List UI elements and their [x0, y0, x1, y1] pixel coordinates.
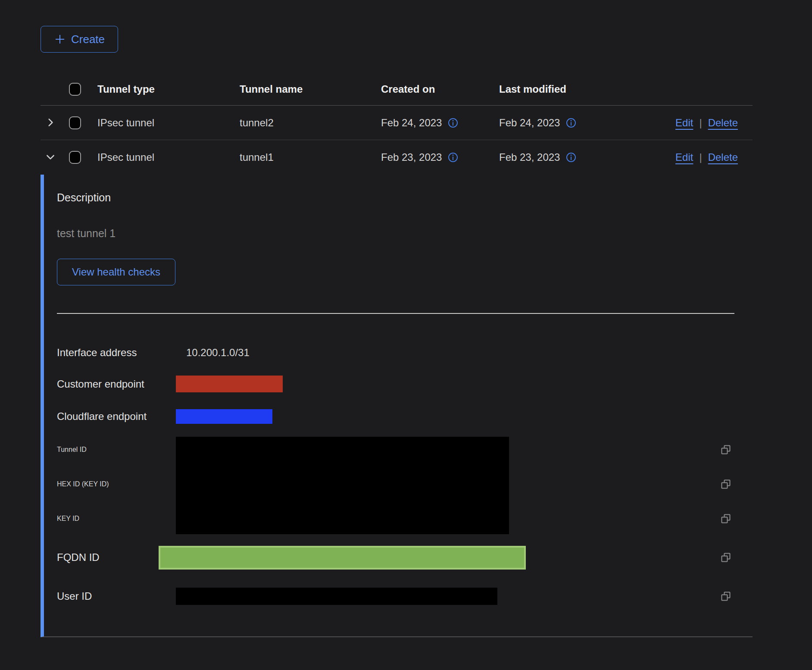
customer-endpoint-redacted-value: [176, 376, 283, 392]
row-checkbox[interactable]: [69, 116, 81, 129]
tunnel-type-cell: IPsec tunnel: [97, 117, 240, 129]
key-id-label: KEY ID: [57, 515, 79, 523]
created-on-cell: Feb 24, 2023: [381, 117, 442, 129]
info-icon[interactable]: [448, 118, 458, 128]
detail-rows-tunnel-hex-key: Tunnel ID HEX ID (KEY ID) KEY ID: [57, 432, 753, 536]
column-header-last-modified: Last modified: [499, 83, 628, 95]
tunnel-table: Tunnel type Tunnel name Created on Last …: [41, 73, 753, 637]
copy-icon[interactable]: [721, 591, 731, 601]
fqdn-id-label: FQDN ID: [57, 551, 176, 564]
detail-row-user-id: User ID: [57, 579, 753, 614]
section-divider: [57, 313, 734, 314]
plus-icon: [54, 33, 66, 45]
view-health-checks-button[interactable]: View health checks: [57, 259, 175, 285]
interface-address-value: 10.200.1.0/31: [176, 347, 715, 359]
detail-row-fqdn-id: FQDN ID: [57, 536, 753, 579]
delete-link[interactable]: Delete: [708, 117, 738, 129]
interface-address-label: Interface address: [57, 347, 176, 359]
user-id-redacted-value: [176, 588, 497, 605]
expand-row-button[interactable]: [43, 115, 58, 130]
info-icon[interactable]: [448, 152, 458, 163]
tunnel-details-list: Interface address 10.200.1.0/31 Customer…: [57, 338, 753, 614]
create-button-label: Create: [71, 33, 105, 46]
column-header-tunnel-name: Tunnel name: [240, 83, 381, 95]
column-header-created-on: Created on: [381, 83, 499, 95]
row-checkbox[interactable]: [69, 151, 81, 164]
description-value: test tunnel 1: [57, 227, 753, 240]
user-id-label: User ID: [57, 590, 176, 602]
edit-link[interactable]: Edit: [675, 151, 693, 163]
table-header-row: Tunnel type Tunnel name Created on Last …: [41, 73, 753, 106]
tunnel-name-cell: tunnel1: [240, 151, 381, 163]
description-label: Description: [57, 191, 753, 204]
action-separator: |: [699, 151, 702, 163]
action-separator: |: [699, 117, 702, 129]
customer-endpoint-label: Customer endpoint: [57, 378, 176, 390]
detail-row-cloudflare-endpoint: Cloudflare endpoint: [57, 400, 753, 432]
tunnel-name-cell: tunnel2: [240, 117, 381, 129]
table-row: IPsec tunnel tunnel2 Feb 24, 2023 Feb 24…: [41, 106, 753, 140]
last-modified-cell: Feb 24, 2023: [499, 117, 560, 129]
info-icon[interactable]: [566, 118, 576, 128]
copy-icon[interactable]: [721, 445, 731, 455]
chevron-right-icon: [45, 117, 56, 128]
cloudflare-endpoint-redacted-value: [176, 409, 272, 424]
detail-row-interface-address: Interface address 10.200.1.0/31: [57, 338, 753, 368]
select-all-checkbox[interactable]: [69, 83, 81, 96]
table-row: IPsec tunnel tunnel1 Feb 23, 2023 Feb 23…: [41, 140, 753, 175]
chevron-down-icon: [45, 151, 56, 163]
hex-id-label: HEX ID (KEY ID): [57, 480, 109, 488]
cloudflare-endpoint-label: Cloudflare endpoint: [57, 410, 176, 423]
column-header-tunnel-type: Tunnel type: [97, 83, 240, 95]
copy-icon[interactable]: [721, 479, 731, 489]
tunnel-id-redacted-value: [176, 437, 509, 534]
copy-icon[interactable]: [721, 513, 731, 524]
tunnel-detail-panel: Description test tunnel 1 View health ch…: [41, 175, 753, 637]
tunnel-id-label: Tunnel ID: [57, 446, 87, 454]
info-icon[interactable]: [566, 152, 576, 163]
created-on-cell: Feb 23, 2023: [381, 151, 442, 163]
edit-link[interactable]: Edit: [675, 117, 693, 129]
delete-link[interactable]: Delete: [708, 151, 738, 163]
copy-icon[interactable]: [721, 552, 731, 563]
fqdn-id-redacted-value: [159, 546, 526, 570]
create-button[interactable]: Create: [41, 26, 118, 53]
tunnel-type-cell: IPsec tunnel: [97, 151, 240, 163]
collapse-row-button[interactable]: [43, 150, 58, 164]
last-modified-cell: Feb 23, 2023: [499, 151, 560, 163]
detail-row-customer-endpoint: Customer endpoint: [57, 368, 753, 400]
